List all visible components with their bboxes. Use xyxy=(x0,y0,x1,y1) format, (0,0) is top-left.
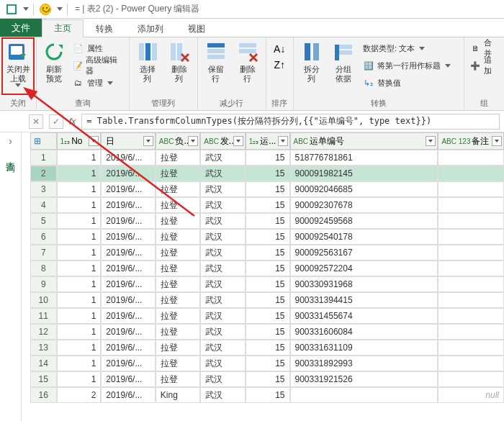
refresh-preview-button[interactable]: 刷新 预览 xyxy=(40,39,68,96)
filter-dropdown-icon[interactable] xyxy=(188,136,198,146)
filter-dropdown-icon[interactable] xyxy=(143,136,153,146)
append-icon: ➕ xyxy=(470,60,481,71)
svg-rect-7 xyxy=(207,43,225,47)
table-row[interactable]: 112019/6/...拉登武汉15518776781861 xyxy=(30,150,504,166)
merge-icon: 🗎 xyxy=(470,42,481,54)
svg-rect-10 xyxy=(239,43,256,47)
ribbon-tabs: 文件 主页 转换 添加列 视图 xyxy=(0,19,504,37)
advanced-editor-button[interactable]: 📝高级编辑器 xyxy=(70,58,126,73)
queries-pane-collapsed[interactable]: › 查询 xyxy=(0,132,22,421)
column-header[interactable]: ABC运单编号 xyxy=(290,132,438,150)
tab-home[interactable]: 主页 xyxy=(42,19,84,37)
keep-rows-button[interactable]: 保留 行 xyxy=(201,39,231,96)
table-row[interactable]: 812019/6/...拉登武汉15900092572204 xyxy=(30,261,504,276)
table-row[interactable]: 1622019/6/...King武汉15null xyxy=(30,387,504,403)
close-and-load-button[interactable]: 关闭并 上载 xyxy=(3,39,33,96)
formula-bar: ✕ ✓ fx = Table.TransformColumnTypes(按分隔符… xyxy=(0,111,504,132)
column-header[interactable]: ⊞ xyxy=(30,132,57,150)
ribbon: 关闭并 上载 关闭 刷新 预览 📄属性 📝高级编辑器 🗂管理 查询 xyxy=(0,37,504,111)
replace-icon: ↳₂ xyxy=(363,77,374,89)
column-header[interactable]: 1₂₃No xyxy=(57,132,102,150)
filter-dropdown-icon[interactable] xyxy=(278,136,288,146)
firstrow-icon: 🔠 xyxy=(363,60,374,71)
keep-rows-icon xyxy=(204,40,228,63)
svg-rect-8 xyxy=(207,49,225,53)
remove-rows-button[interactable]: 删除 行 xyxy=(233,39,263,96)
table-row[interactable]: 1212019/6/...拉登武汉15900331606084 xyxy=(30,324,504,340)
column-header[interactable]: ABC 123备注 xyxy=(438,132,504,150)
properties-icon: 📄 xyxy=(73,42,84,54)
refresh-icon xyxy=(42,40,66,63)
svg-rect-11 xyxy=(239,49,256,53)
close-load-icon xyxy=(6,40,30,63)
table-row[interactable]: 512019/6/...拉登武汉15900092459568 xyxy=(30,213,504,229)
column-header[interactable]: 1₂₃运... xyxy=(246,132,290,150)
svg-rect-1 xyxy=(11,46,22,55)
filter-dropdown-icon[interactable] xyxy=(426,136,436,146)
remove-cols-icon xyxy=(168,40,191,63)
tab-transform[interactable]: 转换 xyxy=(84,19,125,37)
split-icon xyxy=(300,40,323,63)
column-header[interactable]: ABC负... xyxy=(156,132,200,150)
remove-columns-button[interactable]: 删除 列 xyxy=(164,39,194,96)
manage-icon: 🗂 xyxy=(73,77,84,89)
table-row[interactable]: 612019/6/...拉登武汉15900092540178 xyxy=(30,229,504,245)
table-row[interactable]: 412019/6/...拉登武汉15900092307678 xyxy=(30,197,504,213)
properties-button[interactable]: 📄属性 xyxy=(70,40,126,56)
svg-rect-4 xyxy=(152,43,157,60)
group-close-label: 关闭 xyxy=(3,96,33,110)
filter-dropdown-icon[interactable] xyxy=(233,136,243,146)
choose-columns-button[interactable]: 选择 列 xyxy=(132,39,163,96)
svg-rect-3 xyxy=(145,43,150,60)
dropdown-icon xyxy=(15,83,21,87)
table-row[interactable]: 212019/6/...拉登武汉15900091982145 xyxy=(30,166,504,181)
cancel-formula-icon[interactable]: ✕ xyxy=(29,114,43,129)
smile-icon[interactable] xyxy=(38,2,53,17)
qat-dropdown-icon[interactable] xyxy=(23,7,29,11)
table-row[interactable]: 912019/6/...拉登武汉15900330931968 xyxy=(30,276,504,292)
replace-values-button[interactable]: ↳₂替换值 xyxy=(360,75,461,91)
tab-addcolumn[interactable]: 添加列 xyxy=(125,19,176,37)
svg-rect-5 xyxy=(171,43,176,60)
tab-file[interactable]: 文件 xyxy=(0,19,42,37)
svg-rect-12 xyxy=(305,43,310,60)
table-row[interactable]: 1512019/6/...拉登武汉15900331921526 xyxy=(30,371,504,387)
accept-formula-icon[interactable]: ✓ xyxy=(49,114,63,129)
groupby-button[interactable]: 分组 依据 xyxy=(328,39,359,96)
remove-rows-icon xyxy=(236,40,259,63)
svg-rect-13 xyxy=(313,43,319,60)
append-button[interactable]: ➕追加 xyxy=(467,58,501,73)
split-column-button[interactable]: 拆分 列 xyxy=(297,39,327,96)
formula-input[interactable]: = Table.TransformColumnTypes(按分隔符拆分列,{{"… xyxy=(81,114,500,130)
smile-dropdown-icon[interactable] xyxy=(57,7,63,11)
excel-icon xyxy=(4,2,19,17)
datatype-button[interactable]: 数据类型: 文本 xyxy=(360,40,461,56)
merge-button[interactable]: 🗎合并 xyxy=(467,40,501,56)
fx-icon: fx xyxy=(69,117,76,127)
svg-rect-16 xyxy=(335,45,339,60)
table-row[interactable]: 1412019/6/...拉登武汉15900331892993 xyxy=(30,356,504,371)
tab-view[interactable]: 视图 xyxy=(176,19,217,37)
window-title: 表2 (2) - Power Query 编辑器 xyxy=(87,4,200,14)
column-header[interactable]: 日 xyxy=(101,132,156,150)
use-first-row-button[interactable]: 🔠将第一行用作标题 xyxy=(360,58,461,73)
titlebar: = | 表2 (2) - Power Query 编辑器 xyxy=(0,0,504,19)
group-icon xyxy=(332,40,355,63)
manage-button[interactable]: 🗂管理 xyxy=(70,75,126,91)
filter-dropdown-icon[interactable] xyxy=(89,136,99,146)
svg-rect-2 xyxy=(139,43,144,60)
table-row[interactable]: 312019/6/...拉登武汉15900092046685 xyxy=(30,181,504,197)
data-grid: ⊞1₂₃No日ABC负...ABC发...1₂₃运...ABC运单编号ABC 1… xyxy=(30,132,504,421)
svg-rect-6 xyxy=(177,43,182,60)
editor-icon: 📝 xyxy=(73,60,84,71)
filter-dropdown-icon[interactable] xyxy=(492,136,502,146)
expand-icon[interactable]: › xyxy=(9,135,12,147)
sort-desc-button[interactable]: Z↑ xyxy=(274,59,286,71)
column-header[interactable]: ABC发... xyxy=(200,132,245,150)
sort-asc-button[interactable]: A↓ xyxy=(274,43,285,55)
queries-label: 查询 xyxy=(4,154,17,157)
table-row[interactable]: 1012019/6/...拉登武汉15900331394415 xyxy=(30,292,504,308)
table-row[interactable]: 1312019/6/...拉登武汉15900331631109 xyxy=(30,340,504,356)
table-row[interactable]: 1112019/6/...拉登武汉15900331455674 xyxy=(30,308,504,324)
table-row[interactable]: 712019/6/...拉登武汉15900092563167 xyxy=(30,245,504,261)
